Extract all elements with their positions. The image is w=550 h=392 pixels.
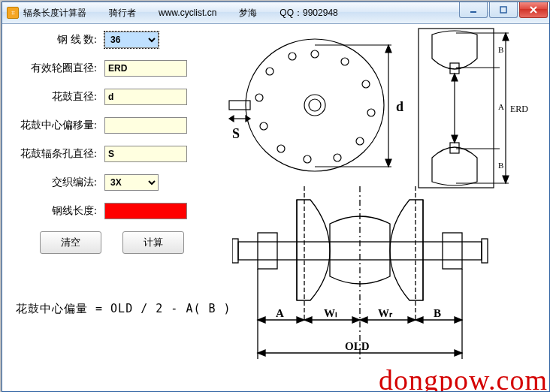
dim-A: A bbox=[276, 307, 284, 319]
title-app: 辐条长度计算器 bbox=[23, 7, 86, 20]
label-offset: 花鼓中心偏移量: bbox=[2, 119, 104, 132]
svg-rect-45 bbox=[443, 233, 462, 269]
dim-d: d bbox=[396, 99, 403, 114]
minimize-button[interactable] bbox=[459, 2, 488, 18]
svg-rect-44 bbox=[258, 233, 277, 269]
svg-marker-33 bbox=[503, 33, 509, 41]
spoke-length-result bbox=[104, 203, 187, 219]
svg-marker-21 bbox=[385, 45, 391, 53]
svg-point-7 bbox=[362, 80, 370, 88]
svg-marker-24 bbox=[229, 116, 234, 122]
svg-point-13 bbox=[260, 122, 267, 130]
spoke-count-select[interactable]: 36 bbox=[104, 32, 159, 48]
title-author: 骑行者 bbox=[109, 7, 136, 20]
input-form: 钢 线 数: 36 有效轮圈直径: 花鼓直径: 花鼓中心偏移量: 花鼓辐条孔直径… bbox=[2, 24, 202, 392]
svg-rect-27 bbox=[450, 63, 459, 74]
hub-axle-diagram: A Wₗ Wᵣ B OLD bbox=[232, 186, 495, 366]
dim-B: B bbox=[434, 307, 441, 319]
svg-marker-30 bbox=[452, 74, 458, 81]
svg-rect-41 bbox=[482, 239, 488, 263]
svg-marker-22 bbox=[385, 159, 391, 167]
hub-flange-diagram: d S bbox=[225, 30, 420, 188]
title-qq: QQ：9902948 bbox=[280, 7, 337, 20]
label-hub-diameter: 花鼓直径: bbox=[2, 90, 104, 104]
label-spoke-count: 钢 线 数: bbox=[2, 33, 104, 47]
label-spoke-hole-dia: 花鼓辐条孔直径: bbox=[2, 147, 104, 161]
svg-rect-17 bbox=[229, 101, 250, 110]
dim-WR: Wᵣ bbox=[378, 307, 393, 319]
titlebar: ⌗ 辐条长度计算器 骑行者 www.cyclist.cn 梦海 QQ：99029… bbox=[2, 2, 549, 24]
svg-point-6 bbox=[341, 58, 349, 65]
title-url: www.cyclist.cn bbox=[159, 8, 216, 18]
dim-OLD: OLD bbox=[345, 340, 370, 352]
cross-pattern-select[interactable]: 3X bbox=[104, 174, 159, 191]
svg-point-11 bbox=[304, 155, 311, 163]
dim-ERD: ERD bbox=[510, 104, 528, 114]
svg-marker-58 bbox=[416, 317, 423, 323]
svg-marker-56 bbox=[360, 317, 367, 323]
window-buttons bbox=[459, 2, 549, 23]
dim-S: S bbox=[232, 126, 240, 141]
svg-marker-52 bbox=[258, 317, 265, 323]
svg-marker-31 bbox=[452, 135, 458, 143]
formula-text: 花鼓中心偏量 = OLD / 2 - A( B ) bbox=[16, 302, 231, 316]
label-erd: 有效轮圈直径: bbox=[2, 62, 104, 75]
svg-point-8 bbox=[367, 109, 375, 116]
app-window: ⌗ 辐条长度计算器 骑行者 www.cyclist.cn 梦海 QQ：99029… bbox=[2, 2, 550, 392]
app-icon: ⌗ bbox=[7, 7, 19, 19]
svg-point-14 bbox=[255, 94, 263, 101]
label-cross-pattern: 交织编法: bbox=[2, 176, 104, 189]
dim-A-mid: A bbox=[498, 102, 504, 111]
svg-point-16 bbox=[289, 53, 296, 60]
svg-point-10 bbox=[334, 154, 341, 161]
svg-point-9 bbox=[356, 137, 364, 145]
svg-marker-54 bbox=[304, 317, 312, 323]
title-alias: 梦海 bbox=[239, 7, 257, 20]
svg-rect-26 bbox=[419, 29, 494, 188]
svg-point-4 bbox=[309, 99, 321, 111]
diagrams: d S bbox=[202, 24, 549, 392]
dim-WL: Wₗ bbox=[324, 307, 337, 319]
svg-rect-1 bbox=[500, 7, 506, 13]
svg-rect-28 bbox=[450, 143, 459, 153]
calc-button[interactable]: 计算 bbox=[122, 231, 184, 254]
svg-point-5 bbox=[311, 50, 319, 58]
dim-B-top: B bbox=[498, 45, 503, 54]
svg-marker-34 bbox=[503, 176, 509, 183]
svg-marker-62 bbox=[455, 350, 462, 356]
close-button[interactable] bbox=[519, 2, 548, 18]
clear-button[interactable]: 清空 bbox=[40, 231, 101, 254]
svg-rect-40 bbox=[232, 239, 238, 263]
svg-marker-59 bbox=[455, 317, 462, 323]
hub-diameter-input[interactable] bbox=[104, 89, 187, 105]
offset-input[interactable] bbox=[104, 117, 187, 134]
svg-point-15 bbox=[266, 68, 273, 75]
svg-marker-61 bbox=[258, 350, 265, 356]
dim-B-bot: B bbox=[498, 161, 503, 170]
rim-erd-diagram: B A B ERD bbox=[417, 27, 530, 189]
erd-input[interactable] bbox=[104, 60, 187, 77]
svg-point-12 bbox=[277, 145, 285, 152]
label-spoke-length: 钢线长度: bbox=[2, 204, 104, 218]
maximize-button[interactable] bbox=[489, 2, 518, 18]
spoke-hole-dia-input[interactable] bbox=[104, 146, 187, 162]
